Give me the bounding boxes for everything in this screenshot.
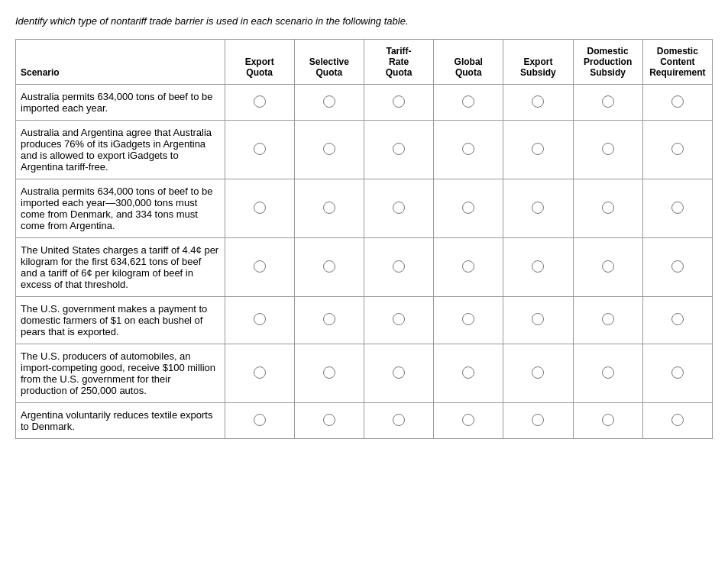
radio-cell-7-export-quota[interactable] [225, 403, 294, 439]
radio-1-global-quota[interactable] [462, 95, 474, 108]
radio-cell-1-tariff-rate-quota[interactable] [364, 85, 433, 121]
radio-cell-4-export-subsidy[interactable] [503, 238, 573, 297]
radio-cell-4-selective-quota[interactable] [294, 238, 364, 297]
radio-1-export-subsidy[interactable] [532, 95, 544, 108]
radio-cell-2-global-quota[interactable] [434, 121, 503, 179]
radio-3-tariff-rate-quota[interactable] [393, 202, 405, 214]
radio-7-domestic-production-subsidy[interactable] [602, 414, 614, 426]
radio-cell-3-tariff-rate-quota[interactable] [364, 179, 433, 238]
radio-3-domestic-content-requirement[interactable] [671, 202, 684, 214]
radio-cell-6-export-subsidy[interactable] [503, 344, 573, 403]
radio-7-domestic-content-requirement[interactable] [671, 414, 684, 426]
radio-4-tariff-rate-quota[interactable] [393, 260, 405, 273]
radio-5-selective-quota[interactable] [323, 313, 335, 325]
radio-4-domestic-content-requirement[interactable] [671, 260, 684, 273]
radio-7-export-subsidy[interactable] [532, 414, 544, 426]
radio-4-export-subsidy[interactable] [532, 260, 544, 273]
radio-cell-6-tariff-rate-quota[interactable] [364, 344, 433, 403]
radio-cell-1-global-quota[interactable] [434, 85, 503, 121]
radio-cell-4-tariff-rate-quota[interactable] [364, 238, 433, 297]
radio-1-selective-quota[interactable] [323, 95, 335, 108]
radio-3-export-quota[interactable] [254, 202, 266, 214]
radio-cell-6-global-quota[interactable] [434, 344, 503, 403]
radio-2-domestic-production-subsidy[interactable] [602, 143, 614, 155]
radio-cell-5-selective-quota[interactable] [294, 297, 364, 344]
radio-cell-3-domestic-content-requirement[interactable] [642, 179, 712, 238]
radio-cell-3-domestic-production-subsidy[interactable] [573, 179, 642, 238]
radio-1-tariff-rate-quota[interactable] [393, 95, 405, 108]
radio-cell-7-tariff-rate-quota[interactable] [364, 403, 433, 439]
radio-7-export-quota[interactable] [254, 414, 266, 426]
radio-5-tariff-rate-quota[interactable] [393, 313, 405, 325]
radio-1-domestic-production-subsidy[interactable] [602, 95, 614, 108]
radio-2-tariff-rate-quota[interactable] [393, 143, 405, 155]
radio-cell-6-export-quota[interactable] [225, 344, 294, 403]
radio-cell-3-export-quota[interactable] [225, 179, 294, 238]
radio-2-global-quota[interactable] [462, 143, 474, 155]
radio-cell-5-domestic-content-requirement[interactable] [642, 297, 712, 344]
radio-cell-2-domestic-content-requirement[interactable] [642, 121, 712, 179]
radio-6-selective-quota[interactable] [323, 366, 335, 379]
radio-cell-2-tariff-rate-quota[interactable] [364, 121, 433, 179]
radio-6-domestic-production-subsidy[interactable] [602, 366, 614, 379]
radio-2-domestic-content-requirement[interactable] [671, 143, 684, 155]
radio-cell-1-export-quota[interactable] [225, 85, 294, 121]
radio-cell-5-tariff-rate-quota[interactable] [364, 297, 433, 344]
radio-cell-5-export-quota[interactable] [225, 297, 294, 344]
radio-1-domestic-content-requirement[interactable] [671, 95, 684, 108]
radio-cell-5-global-quota[interactable] [434, 297, 503, 344]
table-row: The United States charges a tariff of 4.… [16, 238, 713, 297]
radio-5-global-quota[interactable] [462, 313, 474, 325]
radio-cell-4-domestic-production-subsidy[interactable] [573, 238, 642, 297]
radio-cell-7-selective-quota[interactable] [294, 403, 364, 439]
radio-4-export-quota[interactable] [254, 260, 266, 273]
radio-cell-2-export-subsidy[interactable] [503, 121, 573, 179]
radio-2-export-quota[interactable] [254, 143, 266, 155]
radio-cell-4-global-quota[interactable] [434, 238, 503, 297]
radio-cell-2-selective-quota[interactable] [294, 121, 364, 179]
radio-5-export-subsidy[interactable] [532, 313, 544, 325]
radio-4-selective-quota[interactable] [323, 260, 335, 273]
radio-1-export-quota[interactable] [254, 95, 266, 108]
radio-2-selective-quota[interactable] [323, 143, 335, 155]
radio-cell-1-selective-quota[interactable] [294, 85, 364, 121]
radio-4-global-quota[interactable] [462, 260, 474, 273]
radio-cell-7-export-subsidy[interactable] [503, 403, 573, 439]
radio-cell-4-domestic-content-requirement[interactable] [642, 238, 712, 297]
radio-6-domestic-content-requirement[interactable] [671, 366, 684, 379]
radio-5-export-quota[interactable] [254, 313, 266, 325]
radio-cell-1-domestic-content-requirement[interactable] [642, 85, 712, 121]
radio-cell-4-export-quota[interactable] [225, 238, 294, 297]
radio-3-global-quota[interactable] [462, 202, 474, 214]
radio-cell-1-domestic-production-subsidy[interactable] [573, 85, 642, 121]
radio-cell-3-selective-quota[interactable] [294, 179, 364, 238]
radio-cell-1-export-subsidy[interactable] [503, 85, 573, 121]
radio-cell-6-domestic-content-requirement[interactable] [642, 344, 712, 403]
radio-5-domestic-content-requirement[interactable] [671, 313, 684, 325]
radio-6-export-subsidy[interactable] [532, 366, 544, 379]
radio-cell-5-export-subsidy[interactable] [503, 297, 573, 344]
radio-5-domestic-production-subsidy[interactable] [602, 313, 614, 325]
radio-cell-6-selective-quota[interactable] [294, 344, 364, 403]
radio-6-global-quota[interactable] [462, 366, 474, 379]
radio-cell-2-export-quota[interactable] [225, 121, 294, 179]
radio-cell-7-domestic-content-requirement[interactable] [642, 403, 712, 439]
radio-2-export-subsidy[interactable] [532, 143, 544, 155]
radio-cell-3-export-subsidy[interactable] [503, 179, 573, 238]
radio-6-tariff-rate-quota[interactable] [393, 366, 405, 379]
radio-3-selective-quota[interactable] [323, 202, 335, 214]
radio-7-tariff-rate-quota[interactable] [393, 414, 405, 426]
radio-cell-7-domestic-production-subsidy[interactable] [573, 403, 642, 439]
scenario-cell-7: Argentina voluntarily reduces textile ex… [16, 403, 225, 439]
radio-cell-2-domestic-production-subsidy[interactable] [573, 121, 642, 179]
radio-7-global-quota[interactable] [462, 414, 474, 426]
radio-7-selective-quota[interactable] [323, 414, 335, 426]
radio-3-export-subsidy[interactable] [532, 202, 544, 214]
radio-cell-5-domestic-production-subsidy[interactable] [573, 297, 642, 344]
radio-4-domestic-production-subsidy[interactable] [602, 260, 614, 273]
radio-3-domestic-production-subsidy[interactable] [602, 202, 614, 214]
radio-cell-7-global-quota[interactable] [434, 403, 503, 439]
radio-6-export-quota[interactable] [254, 366, 266, 379]
radio-cell-6-domestic-production-subsidy[interactable] [573, 344, 642, 403]
radio-cell-3-global-quota[interactable] [434, 179, 503, 238]
